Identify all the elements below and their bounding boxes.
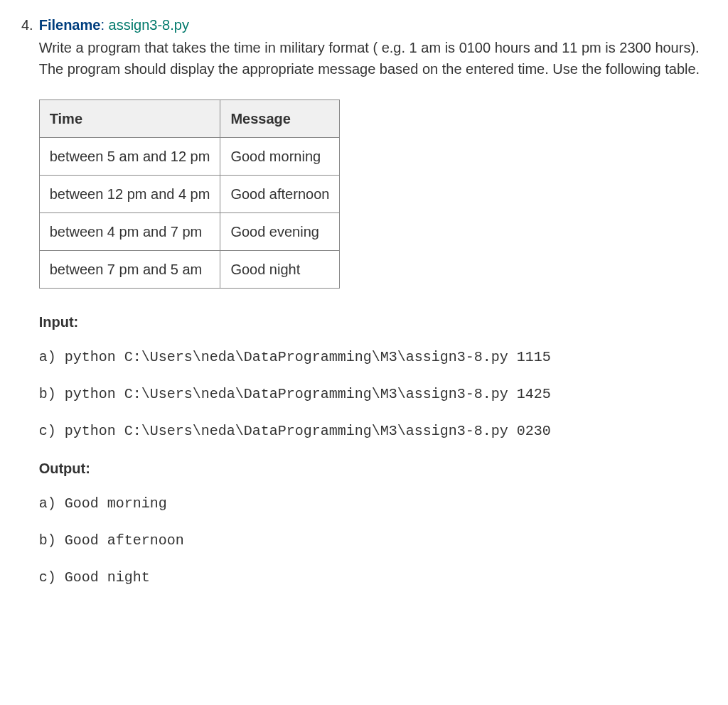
table-row: between 4 pm and 7 pm Good evening — [39, 213, 340, 251]
table-cell-message: Good afternoon — [220, 176, 340, 213]
problem-number: 4. — [21, 14, 33, 36]
table-cell-time: between 5 am and 12 pm — [39, 138, 220, 176]
table-cell-message: Good morning — [220, 138, 340, 176]
table-cell-message: Good night — [220, 251, 340, 289]
table-cell-time: between 12 pm and 4 pm — [39, 176, 220, 213]
input-heading: Input: — [39, 311, 707, 333]
problem-description: Write a program that takes the time in m… — [39, 37, 707, 80]
output-line: a) Good morning — [39, 493, 707, 515]
filename-line: Filename: assign3-8.py — [39, 14, 707, 36]
input-line: b) python C:\Users\neda\DataProgramming\… — [39, 384, 707, 405]
output-line: b) Good afternoon — [39, 530, 707, 551]
problem-body: Filename: assign3-8.py Write a program t… — [39, 14, 707, 604]
table-header-time: Time — [39, 100, 220, 138]
table-row: between 7 pm and 5 am Good night — [39, 251, 340, 289]
table-cell-message: Good evening — [220, 213, 340, 251]
output-line: c) Good night — [39, 567, 707, 588]
time-message-table: Time Message between 5 am and 12 pm Good… — [39, 99, 341, 289]
table-cell-time: between 4 pm and 7 pm — [39, 213, 220, 251]
table-header-row: Time Message — [39, 100, 340, 138]
filename-label: Filename — [39, 17, 101, 33]
table-header-message: Message — [220, 100, 340, 138]
filename-value: assign3-8.py — [109, 17, 189, 33]
table-cell-time: between 7 pm and 5 am — [39, 251, 220, 289]
problem-container: 4. Filename: assign3-8.py Write a progra… — [21, 14, 707, 604]
input-line: c) python C:\Users\neda\DataProgramming\… — [39, 421, 707, 442]
filename-colon: : — [100, 17, 108, 33]
table-row: between 12 pm and 4 pm Good afternoon — [39, 176, 340, 213]
table-row: between 5 am and 12 pm Good morning — [39, 138, 340, 176]
output-heading: Output: — [39, 458, 707, 479]
input-line: a) python C:\Users\neda\DataProgramming\… — [39, 347, 707, 368]
